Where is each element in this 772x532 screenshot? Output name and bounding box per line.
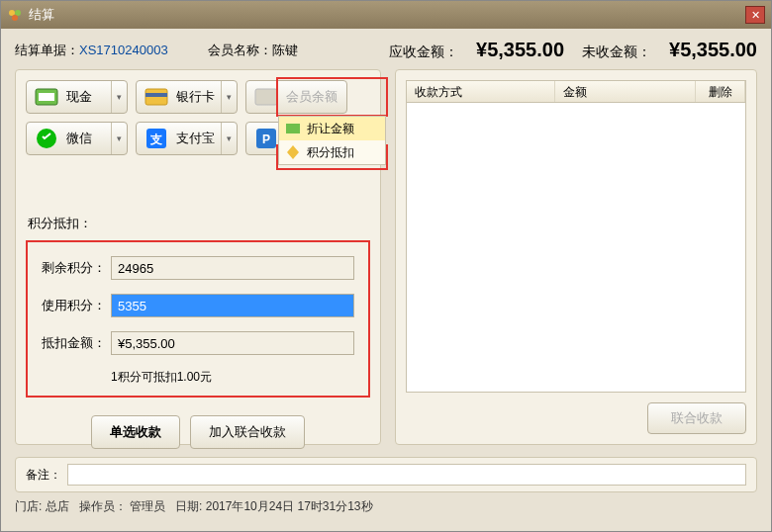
remain-points-label: 剩余积分： bbox=[42, 259, 111, 277]
other-icon: P bbox=[252, 128, 280, 149]
wechat-icon bbox=[33, 128, 60, 149]
payment-table: 收款方式 金额 删除 bbox=[406, 80, 746, 393]
remark-row: 备注： bbox=[15, 457, 757, 492]
deduct-amount-field bbox=[111, 331, 354, 355]
unpaid-label: 未收金额： bbox=[582, 44, 651, 61]
svg-point-0 bbox=[9, 10, 15, 16]
remark-input[interactable] bbox=[67, 464, 746, 486]
points-icon bbox=[285, 144, 301, 160]
svg-rect-13 bbox=[286, 124, 300, 133]
pay-wechat-button[interactable]: 微信 ▾ bbox=[26, 122, 128, 155]
union-collect-button: 联合收款 bbox=[647, 402, 746, 434]
points-form: 剩余积分： 使用积分： 抵扣金额： 1积分可抵扣1.00元 bbox=[26, 240, 370, 398]
pay-alipay-label: 支付宝 bbox=[176, 130, 221, 147]
svg-text:支: 支 bbox=[149, 133, 162, 146]
use-points-input[interactable] bbox=[111, 294, 354, 317]
bank-card-icon bbox=[143, 86, 170, 108]
doc-label: 结算单据： bbox=[15, 42, 79, 59]
dropdown-item-points[interactable]: 积分抵扣 bbox=[279, 140, 385, 164]
pay-wechat-label: 微信 bbox=[66, 130, 111, 147]
due-label: 应收金额： bbox=[389, 44, 458, 61]
dropdown-item-discount[interactable]: 折让金额 bbox=[279, 117, 385, 140]
table-header-amount: 金额 bbox=[555, 81, 696, 102]
pay-bank-button[interactable]: 银行卡 ▾ bbox=[136, 80, 238, 114]
chevron-down-icon[interactable]: ▾ bbox=[221, 81, 237, 113]
chevron-down-icon[interactable]: ▾ bbox=[221, 123, 237, 154]
title-bar: 结算 ✕ bbox=[1, 1, 771, 29]
pay-alipay-button[interactable]: 支 支付宝 ▾ bbox=[136, 122, 238, 155]
chevron-down-icon[interactable]: ▾ bbox=[111, 81, 127, 113]
app-icon bbox=[7, 7, 23, 23]
alipay-icon: 支 bbox=[143, 128, 170, 149]
svg-text:P: P bbox=[262, 133, 270, 146]
due-value: ¥5,355.00 bbox=[476, 39, 564, 61]
discount-icon bbox=[285, 121, 301, 136]
join-union-button[interactable]: 加入联合收款 bbox=[190, 415, 305, 449]
status-bar: 门店: 总店 操作员： 管理员 日期: 2017年10月24日 17时31分13… bbox=[15, 498, 757, 515]
svg-point-1 bbox=[15, 10, 21, 16]
pay-bank-label: 银行卡 bbox=[176, 88, 221, 106]
svg-rect-7 bbox=[255, 89, 277, 105]
svg-point-2 bbox=[12, 15, 18, 21]
dropdown-label: 折让金额 bbox=[307, 121, 354, 137]
other-dropdown: 折让金额 积分抵扣 bbox=[278, 116, 386, 165]
doc-number[interactable]: XS1710240003 bbox=[79, 43, 168, 57]
remark-label: 备注： bbox=[26, 467, 61, 484]
dropdown-label: 积分抵扣 bbox=[307, 144, 354, 161]
window-title: 结算 bbox=[29, 6, 745, 24]
cash-icon bbox=[33, 86, 60, 108]
remain-points-field bbox=[111, 256, 354, 280]
table-header-method: 收款方式 bbox=[407, 81, 555, 102]
close-button[interactable]: ✕ bbox=[745, 6, 765, 24]
svg-rect-4 bbox=[39, 93, 54, 101]
pay-balance-label: 会员余额 bbox=[286, 88, 346, 106]
pay-balance-button[interactable]: 会员余额 bbox=[245, 80, 347, 114]
pay-cash-button[interactable]: 现金 ▾ bbox=[26, 80, 128, 114]
use-points-label: 使用积分： bbox=[42, 297, 111, 314]
svg-rect-6 bbox=[145, 93, 167, 97]
svg-point-8 bbox=[37, 129, 56, 148]
points-section-title: 积分抵扣： bbox=[28, 215, 370, 232]
points-note: 1积分可抵扣1.00元 bbox=[111, 369, 354, 386]
unpaid-value: ¥5,355.00 bbox=[669, 39, 757, 61]
single-collect-button[interactable]: 单选收款 bbox=[91, 415, 180, 449]
balance-icon bbox=[252, 86, 280, 108]
deduct-amount-label: 抵扣金额： bbox=[42, 334, 111, 352]
chevron-down-icon[interactable]: ▾ bbox=[111, 123, 127, 154]
member-label: 会员名称： bbox=[208, 42, 272, 59]
member-name: 陈键 bbox=[272, 42, 298, 59]
svg-marker-14 bbox=[287, 145, 299, 159]
table-header-delete: 删除 bbox=[696, 81, 745, 102]
pay-cash-label: 现金 bbox=[66, 88, 111, 106]
